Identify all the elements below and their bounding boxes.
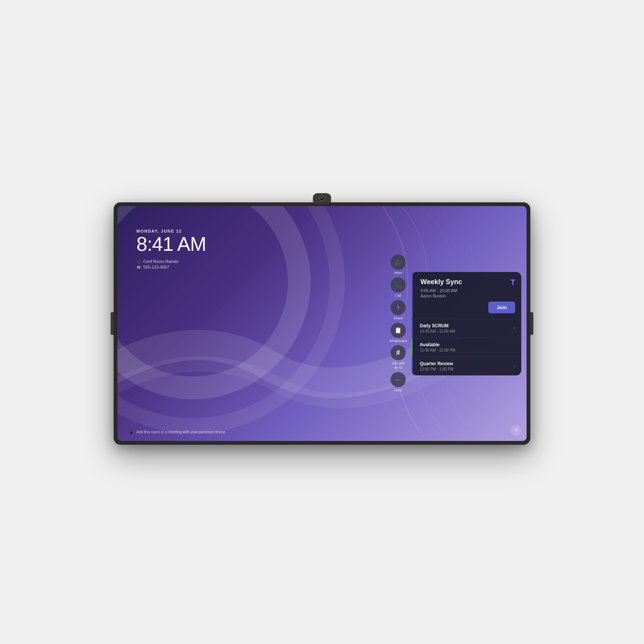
quarter-review-content: Quarter Review 12:00 PM - 1:00 PM — [417, 361, 514, 371]
more-icon-circle: ··· — [391, 372, 406, 387]
date-display: MONDAY, JUNE 12 — [136, 229, 206, 233]
action-sidebar: 🎥 Meet 📞 Call ↑ Share — [389, 255, 407, 392]
device-wrapper: MONDAY, JUNE 12 8:41 AM ⬛ Conf Room Rain… — [110, 193, 534, 451]
meet-button[interactable]: 🎥 Meet — [391, 255, 406, 275]
featured-meeting-organizer: Aaron Buxton — [420, 294, 515, 298]
side-button-right — [530, 312, 533, 335]
bottom-bar: 📱 Add this room to a meeting with your p… — [129, 430, 225, 434]
whiteboard-label: Whiteboard — [389, 339, 407, 343]
tv-frame: MONDAY, JUNE 12 8:41 AM ⬛ Conf Room Rain… — [114, 202, 530, 445]
room-icon: ⬛ — [136, 259, 141, 264]
teams-icon: T — [511, 278, 515, 287]
quarter-review-title: Quarter Review — [420, 361, 514, 366]
meeting-header: Weekly Sync T — [420, 278, 515, 287]
daily-scrum-time: 10:00 AM - 11:00 AM — [420, 329, 514, 333]
daily-scrum-title: Daily SCRUM — [420, 323, 514, 328]
featured-meeting-title: Weekly Sync — [420, 278, 462, 286]
room-name: ⬛ Conf Room Rainier — [136, 259, 206, 264]
meeting-item-quarter-review[interactable]: Quarter Review 12:00 PM - 1:00 PM › — [411, 357, 521, 375]
join-id-icon: # — [396, 349, 400, 357]
meet-label: Meet — [394, 271, 402, 275]
join-with-id-button[interactable]: # Join withan ID — [391, 345, 406, 370]
featured-accent-bar — [411, 272, 413, 319]
quarter-review-time: 12:00 PM - 1:00 PM — [420, 367, 514, 371]
whiteboard-button[interactable]: 📋 Whiteboard — [389, 323, 407, 343]
join-id-icon-circle: # — [391, 345, 406, 360]
more-icon: ··· — [395, 377, 401, 383]
room-phone: ☎ 555-123-4567 — [136, 265, 206, 269]
phone-icon: ☎ — [136, 265, 141, 269]
share-icon: ↑ — [397, 304, 400, 311]
join-with-id-label: Join withan ID — [391, 361, 405, 370]
meeting-item-daily-scrum[interactable]: Daily SCRUM 10:00 AM - 11:00 AM › — [411, 319, 521, 338]
quarter-review-accent — [411, 357, 413, 375]
daily-scrum-content: Daily SCRUM 10:00 AM - 11:00 AM — [417, 323, 514, 333]
more-button[interactable]: ··· More — [391, 372, 406, 392]
time-display: 8:41 AM — [136, 234, 206, 254]
camera-lens — [319, 196, 325, 201]
room-info: ⬛ Conf Room Rainier ☎ 555-123-4567 — [136, 259, 206, 269]
available-title: Available — [420, 342, 515, 347]
available-time: 11:00 AM - 12:00 PM — [420, 348, 515, 352]
calendar-card: Weekly Sync T 9:00 AM - 10:00 AM Aaron B… — [411, 272, 521, 375]
share-button[interactable]: ↑ Share — [391, 300, 406, 320]
available-accent — [411, 338, 413, 356]
bottom-bar-text: Add this room to a meeting with your per… — [136, 430, 225, 434]
camera-bump — [313, 193, 331, 204]
featured-meeting: Weekly Sync T 9:00 AM - 10:00 AM Aaron B… — [411, 272, 521, 319]
share-label: Share — [394, 316, 403, 320]
right-panel: 🎥 Meet 📞 Call ↑ Share — [389, 206, 527, 441]
more-label: More — [394, 388, 402, 392]
quarter-review-chevron: › — [514, 363, 515, 369]
left-info: MONDAY, JUNE 12 8:41 AM ⬛ Conf Room Rain… — [136, 229, 206, 269]
screen: MONDAY, JUNE 12 8:41 AM ⬛ Conf Room Rain… — [117, 206, 527, 441]
whiteboard-icon: 📋 — [394, 327, 402, 334]
call-icon: 📞 — [394, 281, 402, 289]
meet-icon: 🎥 — [394, 259, 402, 266]
daily-scrum-chevron: › — [514, 325, 515, 331]
call-icon-circle: 📞 — [391, 277, 406, 292]
side-button-left — [111, 312, 114, 335]
personal-device-icon: 📱 — [129, 430, 133, 434]
meeting-item-available: Available 11:00 AM - 12:00 PM — [411, 338, 521, 357]
share-icon-circle: ↑ — [391, 300, 406, 315]
join-button[interactable]: Join — [488, 302, 515, 313]
available-content: Available 11:00 AM - 12:00 PM — [417, 342, 515, 352]
meeting-list: Daily SCRUM 10:00 AM - 11:00 AM › Availa… — [411, 319, 521, 375]
daily-scrum-accent — [411, 319, 413, 338]
meet-icon-circle: 🎥 — [391, 255, 406, 270]
whiteboard-icon-circle: 📋 — [391, 323, 406, 338]
call-button[interactable]: 📞 Call — [391, 277, 406, 298]
call-label: Call — [395, 294, 401, 298]
featured-meeting-time: 9:00 AM - 10:00 AM — [420, 288, 515, 293]
